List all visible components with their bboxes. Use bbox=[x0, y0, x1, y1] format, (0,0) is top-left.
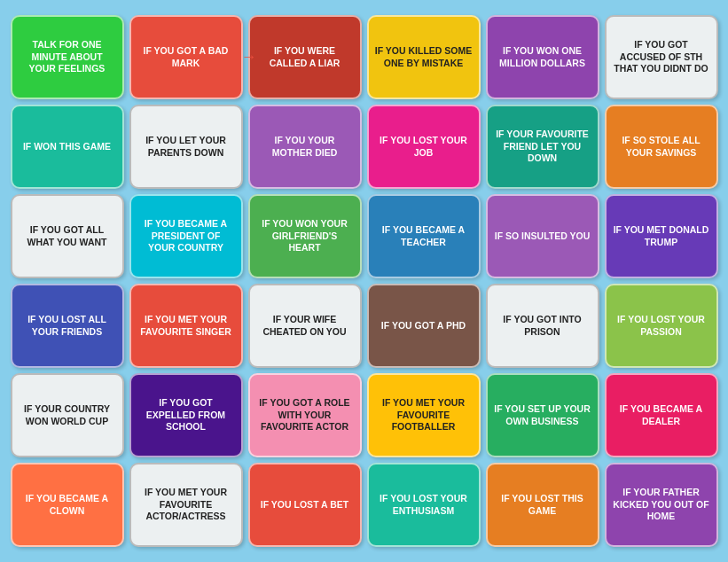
card-text: IF YOU SET UP YOUR OWN BUSINESS bbox=[494, 403, 591, 427]
card-item[interactable]: IF YOU KILLED SOME ONE BY MISTAKE bbox=[367, 15, 481, 99]
card-item[interactable]: IF YOU LOST YOUR PASSION bbox=[605, 284, 718, 368]
card-item[interactable]: IF YOUR COUNTRY WON WORLD CUP bbox=[11, 373, 124, 457]
card-item[interactable]: IF YOU GOT A ROLE WITH YOUR FAVOURITE AC… bbox=[248, 373, 362, 457]
card-item[interactable]: IF YOU MET YOUR FAVOURITE SINGER bbox=[129, 284, 243, 368]
card-item[interactable]: IF YOU GOT EXPELLED FROM SCHOOL bbox=[129, 373, 243, 457]
card-text: IF SO STOLE ALL YOUR SAVINGS bbox=[613, 135, 710, 159]
card-text: IF YOU LOST THIS GAME bbox=[494, 493, 591, 517]
card-text: IF YOU BECAME A PRESIDENT OF YOUR COUNTR… bbox=[137, 218, 235, 254]
arrow-icon: → bbox=[241, 47, 257, 67]
card-item[interactable]: IF YOU LOST YOUR JOB bbox=[367, 105, 481, 189]
card-text: IF YOU LET YOUR PARENTS DOWN bbox=[137, 135, 235, 159]
card-text: IF YOU MET YOUR FAVOURITE ACTOR/ACTRESS bbox=[137, 487, 235, 523]
card-item[interactable]: IF YOU LOST THIS GAME bbox=[486, 463, 599, 547]
card-item[interactable]: IF YOUR WIFE CHEATED ON YOU bbox=[248, 284, 362, 368]
card-item[interactable]: TALK FOR ONE MINUTE ABOUT YOUR FEELINGS bbox=[11, 15, 124, 99]
card-text: IF YOU BECAME A TEACHER bbox=[375, 224, 473, 248]
card-item[interactable]: IF YOUR FAVOURITE FRIEND LET YOU DOWN bbox=[486, 105, 599, 189]
card-text: IF YOU KILLED SOME ONE BY MISTAKE bbox=[375, 45, 473, 69]
card-text: IF YOU BECAME A DEALER bbox=[613, 403, 710, 427]
card-item[interactable]: IF YOU BECAME A TEACHER bbox=[367, 194, 481, 278]
card-text: IF YOU GOT ACCUSED OF STH THAT YOU DIDNT… bbox=[613, 39, 710, 75]
card-item[interactable]: IF YOU MET YOUR FAVOURITE FOOTBALLER bbox=[367, 373, 481, 457]
card-item[interactable]: IF YOU BECAME A PRESIDENT OF YOUR COUNTR… bbox=[129, 194, 243, 278]
card-text: IF SO INSULTED YOU bbox=[495, 230, 591, 243]
card-text: IF WON THIS GAME bbox=[23, 141, 111, 153]
card-item[interactable]: IF YOU BECAME A CLOWN bbox=[11, 463, 124, 547]
card-text: IF YOU GOT A ROLE WITH YOUR FAVOURITE AC… bbox=[256, 397, 354, 433]
card-item[interactable]: IF YOU GOT A PHD bbox=[367, 284, 481, 368]
card-text: IF YOU BECAME A CLOWN bbox=[19, 493, 116, 517]
card-text: IF YOU MET DONALD TRUMP bbox=[613, 224, 710, 248]
card-item[interactable]: IF YOU LET YOUR PARENTS DOWN bbox=[129, 105, 243, 189]
card-text: IF YOU GOT A BAD MARK bbox=[137, 45, 235, 69]
card-text: IF YOU GOT ALL WHAT YOU WANT bbox=[19, 224, 116, 248]
card-text: IF YOUR FAVOURITE FRIEND LET YOU DOWN bbox=[494, 129, 591, 165]
card-text: IF YOU YOUR MOTHER DIED bbox=[256, 135, 354, 159]
card-text: IF YOU MET YOUR FAVOURITE SINGER bbox=[137, 314, 235, 338]
card-text: IF YOUR WIFE CHEATED ON YOU bbox=[256, 314, 354, 338]
card-item[interactable]: IF YOU LOST YOUR ENTHUSIASM bbox=[367, 463, 481, 547]
card-item[interactable]: IF YOU BECAME A DEALER bbox=[605, 373, 718, 457]
card-grid: TALK FOR ONE MINUTE ABOUT YOUR FEELINGSI… bbox=[4, 8, 725, 554]
card-text: IF YOUR FATHER KICKED YOU OUT OF HOME bbox=[613, 487, 710, 523]
card-item[interactable]: IF YOU LOST A BET bbox=[248, 463, 362, 547]
card-item[interactable]: IF YOU GOT ALL WHAT YOU WANT bbox=[11, 194, 124, 278]
card-text: IF YOU WON ONE MILLION DOLLARS bbox=[494, 45, 591, 69]
card-text: IF YOU LOST YOUR ENTHUSIASM bbox=[375, 493, 473, 517]
card-item[interactable]: IF YOU WERE CALLED A LIAR bbox=[248, 15, 362, 99]
card-item[interactable]: IF YOU GOT INTO PRISON bbox=[486, 284, 599, 368]
card-text: IF YOU GOT EXPELLED FROM SCHOOL bbox=[137, 397, 235, 433]
card-item[interactable]: IF YOU YOUR MOTHER DIED bbox=[248, 105, 362, 189]
card-item[interactable]: IF YOU GOT ACCUSED OF STH THAT YOU DIDNT… bbox=[605, 15, 718, 99]
card-item[interactable]: IF YOUR FATHER KICKED YOU OUT OF HOME bbox=[605, 463, 718, 547]
card-text: IF YOU LOST YOUR PASSION bbox=[613, 314, 710, 338]
card-text: IF YOU LOST YOUR JOB bbox=[375, 135, 473, 159]
card-text: IF YOU GOT A PHD bbox=[381, 320, 466, 332]
card-item[interactable]: IF SO STOLE ALL YOUR SAVINGS bbox=[605, 105, 718, 189]
card-item[interactable]: IF YOU SET UP YOUR OWN BUSINESS bbox=[486, 373, 599, 457]
card-item[interactable]: IF YOU WON ONE MILLION DOLLARS bbox=[486, 15, 599, 99]
card-text: IF YOU LOST ALL YOUR FRIENDS bbox=[19, 314, 116, 338]
card-item[interactable]: IF YOU LOST ALL YOUR FRIENDS bbox=[11, 284, 124, 368]
card-item[interactable]: IF YOU MET YOUR FAVOURITE ACTOR/ACTRESS bbox=[129, 463, 243, 547]
card-item[interactable]: IF YOU MET DONALD TRUMP bbox=[605, 194, 718, 278]
card-text: IF YOU WERE CALLED A LIAR bbox=[256, 45, 354, 69]
card-text: IF YOU MET YOUR FAVOURITE FOOTBALLER bbox=[375, 397, 473, 433]
card-text: IF YOU LOST A BET bbox=[261, 499, 348, 511]
card-item[interactable]: IF YOU GOT A BAD MARK→ bbox=[129, 15, 243, 99]
card-text: IF YOU GOT INTO PRISON bbox=[494, 314, 591, 338]
card-item[interactable]: IF WON THIS GAME bbox=[11, 105, 124, 189]
card-text: IF YOU WON YOUR GIRLFRIEND'S HEART bbox=[256, 218, 354, 254]
card-item[interactable]: IF YOU WON YOUR GIRLFRIEND'S HEART bbox=[248, 194, 362, 278]
card-text: TALK FOR ONE MINUTE ABOUT YOUR FEELINGS bbox=[19, 39, 116, 75]
card-text: IF YOUR COUNTRY WON WORLD CUP bbox=[19, 403, 116, 427]
card-item[interactable]: IF SO INSULTED YOU bbox=[486, 194, 599, 278]
